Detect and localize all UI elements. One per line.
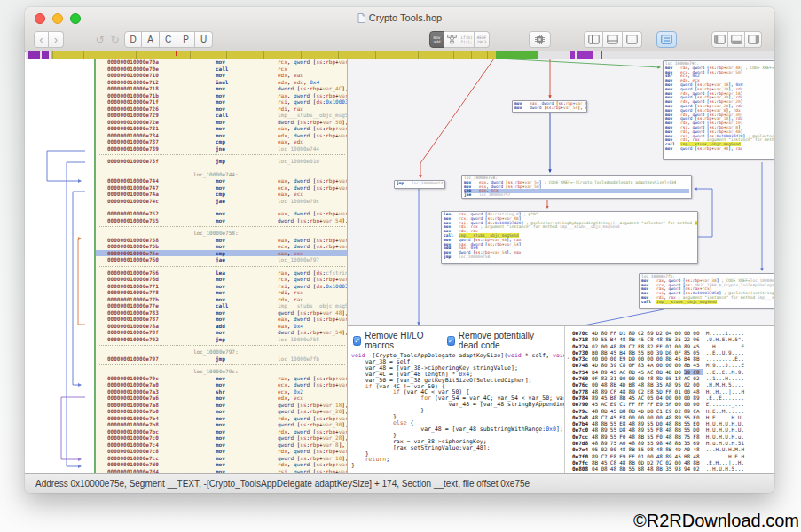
pseudocode-line[interactable]: [rax setStringValue:var_48];	[351, 445, 564, 451]
asm-line-e70e[interactable]: 000000010000e70ecallrcx	[96, 66, 347, 73]
asm-line-e74c[interactable]: 000000010000e74cjaeloc_10000e79c	[96, 198, 347, 205]
mark-undefined-button[interactable]: U	[195, 31, 213, 48]
hex-row-0e7c0[interactable]: 0e7c0488955D8488955F8488B55D0H.U.H.U.H.U…	[567, 426, 774, 433]
pseudocode-line[interactable]: var_50 = [var_38 getKeyBitSizeOfSelected…	[351, 378, 564, 384]
split-vertical-button[interactable]	[584, 31, 603, 48]
asm-line-e737[interactable]: 000000010000e737cmpeax, edx	[96, 138, 347, 145]
asm-line-e792[interactable]: 000000010000e792jmploc_10000e758	[96, 336, 347, 343]
hex-row-0e7e4[interactable]: 0e7e4950200488B5598488B4DA048...H.U.H.M.…	[567, 446, 774, 452]
pseudocode-line[interactable]: }	[351, 408, 564, 414]
cfg-node-loc_10000e79c[interactable]: loc_10000e79c:movrax, qword [ss:rbp+var_…	[663, 60, 774, 160]
hex-row-0e760[interactable]: 0e7600F8331000000488D0518AC02..1...H....…	[567, 375, 774, 381]
checkbox-icon[interactable]: ✓	[353, 336, 361, 346]
toggle-bottom-panel-button[interactable]	[728, 31, 745, 48]
asm-line-e7b0[interactable]: 000000010000e7b0movqword [ss:rbp+var_20]…	[96, 408, 347, 415]
cfg-node-loc_10000e7fb[interactable]: loc_10000e7fb:movrax, qword [ss:rbp+var_…	[639, 273, 774, 309]
asm-line-e7d0[interactable]: 000000010000e7d0movrdx, qword [ss:rbp+va…	[96, 461, 347, 468]
toggle-left-panel-button[interactable]	[711, 31, 728, 48]
asm-line-e766[interactable]: 000000010000e766learax, qword [ds:cfstri…	[96, 270, 347, 277]
asm-line-e760[interactable]: 000000010000e760jaeloc_10000e797	[96, 256, 347, 263]
asm-line-e7cc[interactable]: 000000010000e7ccmovqword [ss:rbp+var_10]…	[96, 455, 347, 462]
asm-line-e78f[interactable]: 000000010000e78fmovdword [ss:rbp+var_54]…	[96, 329, 347, 336]
mark-ascii-button[interactable]: A	[142, 31, 160, 48]
pseudocode-mode-button[interactable]: if(b) f(x);	[459, 31, 475, 48]
asm-line-e77b[interactable]: 000000010000e77bmovrdx, rax	[96, 296, 347, 303]
asm-line-e7bc[interactable]: 000000010000e7bcmovrdx, qword [ss:rbp+va…	[96, 428, 347, 435]
pseudocode-line[interactable]: rax = var_38->cipheringKey;	[351, 439, 564, 445]
hex-row-0e70c[interactable]: 0e70c4D80FFD189C269D204000000M.....i....…	[567, 330, 774, 336]
cpu-button[interactable]	[529, 31, 551, 48]
pseudocode-line[interactable]: var_4C = [var_48 length] * 0x4;	[351, 372, 564, 378]
asm-line-e7c4[interactable]: 000000010000e7c4movqword [ss:rbp+var_8],…	[96, 442, 347, 449]
asm-line-e79c[interactable]: 000000010000e79cmovrax, qword [ss:rbp+va…	[96, 375, 347, 382]
pseudocode-line[interactable]: var_48 = [var_38->cipheringKey stringVal…	[351, 365, 564, 372]
asm-line-e7c8[interactable]: 000000010000e7c8movrdx, qword [ss:rbp+va…	[96, 448, 347, 455]
asm-line-e731[interactable]: 000000010000e731moveax, dword [ss:rbp+va…	[96, 125, 347, 132]
assembly-mode-button[interactable]: mov add	[429, 31, 444, 48]
asm-line-e7c0[interactable]: 000000010000e7c0movqword [ss:rbp+var_28]…	[96, 434, 347, 442]
pseudocode-line[interactable]: void -[Crypto_ToolsAppDelegate adaptKeyS…	[351, 353, 564, 359]
asm-line-e771[interactable]: 000000010000e771movrsi, qword [ds:0x1000…	[96, 283, 347, 290]
asm-line-e77e[interactable]: 000000010000e77ecallimp___stubs__objc_ms…	[96, 302, 347, 309]
asm-line-e7a8[interactable]: 000000010000e7a8movqword [ss:rbp+var_18]…	[96, 402, 347, 409]
asm-line-e7a6[interactable]: 000000010000e7a6movedx, ecx	[96, 395, 347, 402]
mark-procedure-button[interactable]: P	[177, 31, 195, 48]
pseudocode-line[interactable]: else {	[351, 420, 564, 426]
pseudocode-line[interactable]: for (var_54 = var_4C; var_54 < var_50; v…	[351, 395, 564, 402]
show-inspector-button[interactable]	[656, 31, 677, 48]
cfg-node-block2[interactable]: jmploc_10000e01d	[394, 180, 445, 189]
pseudocode-line[interactable]: var_38 = self;	[351, 359, 564, 365]
asm-line-e712[interactable]: 000000010000e712imuledx, edx, 0x4	[96, 79, 347, 86]
pseudocode-line[interactable]: }	[351, 414, 564, 420]
pseudocode-line[interactable]: }	[351, 433, 564, 439]
asm-line-e797[interactable]: 000000010000e797jmploc_10000e7fb	[96, 356, 347, 363]
hex-row-0e73c[interactable]: •0e73c000000E9D90000008B45B48B.........E…	[567, 356, 774, 362]
pseudocode-line[interactable]: }	[351, 451, 564, 458]
asm-label[interactable]: loc_10000e79c:	[96, 368, 347, 375]
asm-line-e752[interactable]: 000000010000e752moveax, dword [ss:rbp+va…	[96, 210, 347, 217]
hex-row-0e76c[interactable]: 0e76c00488B4DB8488B35A8950200.H.M.H.5...…	[567, 381, 774, 387]
hex-row-0e7b4[interactable]: 0e7b4488B55E8488955D0488B55E0H.U.H.U.H.U…	[567, 420, 774, 426]
asm-line-e7a0[interactable]: 000000010000e7a0movecx, dword [ss:rbp+va…	[96, 381, 347, 388]
hex-row-0e790[interactable]: 0e79045ACE9C1FFFFFFE95F000000E......._..…	[567, 401, 774, 407]
asm-line-e7b8[interactable]: 000000010000e7b8movqword [ss:rbp+var_30]…	[96, 421, 347, 428]
asm-label[interactable]: loc_10000e797:	[96, 348, 347, 356]
pseudocode-line[interactable]: var_48 = [var_48 substringWithRange:0x0]…	[351, 426, 564, 433]
pseudocode-line[interactable]: return;	[351, 457, 564, 463]
asm-line-e75b[interactable]: 000000010000e75bmovecx, dword [ss:rbp+va…	[96, 243, 347, 250]
asm-line-e73f[interactable]: 000000010000e73fjmploc_10000e01d	[96, 158, 347, 165]
pseudocode-line[interactable]: var_48 = [var_48 stringByAppendingSt	[351, 402, 564, 408]
hex-row-0e778[interactable]: 0e7784889CF4889C2E85DFF010048H..H...]...…	[567, 388, 774, 395]
hex-row-0e7f0[interactable]: 0e7f089C7E8E9FE0100488945B848.......H.E.…	[567, 453, 774, 459]
forward-button[interactable]: ›	[49, 31, 64, 48]
asm-line-e7a3[interactable]: 000000010000e7a3shrecx, 0x2	[96, 388, 347, 395]
asm-line-e75e[interactable]: 000000010000e75ecmpeax, ecx	[96, 250, 347, 257]
hex-row-0e7d8[interactable]: 0e7d8488975A048895598488B3569H.u.H.U.H.5…	[567, 440, 774, 446]
asm-line-e72e[interactable]: 000000010000e72emovdword [ss:rbp+var_50]…	[96, 119, 347, 126]
pseudocode-line[interactable]: }	[351, 463, 564, 469]
redo-button[interactable]: ↻	[107, 31, 122, 48]
assembly-listing[interactable]: 000000010000e70amovrcx, qword [ss:rbp+va…	[94, 59, 347, 473]
checkbox-remove-hi-lo-macros[interactable]: ✓Remove HI/LO macros	[353, 331, 438, 350]
checkbox-remove-potentially-dead-code[interactable]: ✓Remove potentially dead code	[447, 331, 555, 350]
undo-button[interactable]: ↺	[92, 31, 107, 48]
hex-row-0e7fc[interactable]: 0e7fc8B45C8488B0DD27C0200488B.E.H...|..H…	[567, 459, 774, 466]
asm-line-e78a[interactable]: 000000010000e78aaddeax, 0x4	[96, 323, 347, 330]
asm-label[interactable]: loc_10000e744:	[96, 171, 347, 178]
asm-line-e726[interactable]: 000000010000e726movrdi, rax	[96, 106, 347, 113]
cfg-node-loc_10000e758[interactable]: loc_10000e758:moveax, dword [ss:rbp+var_…	[461, 175, 692, 199]
asm-line-e787[interactable]: 000000010000e787moveax, dword [ss:rbp+va…	[96, 316, 347, 323]
asm-line-e747[interactable]: 000000010000e747movecx, dword [ss:rbp+va…	[96, 184, 347, 192]
asm-line-e76d[interactable]: 000000010000e76dmovrcx, qword [ss:rbp+va…	[96, 276, 347, 283]
asm-line-e71f[interactable]: 000000010000e71fmovrsi, qword [ds:0x1000…	[96, 98, 347, 106]
pseudocode-line[interactable]: if (var_4C != var_50) {	[351, 384, 564, 390]
asm-line-e783[interactable]: 000000010000e783movqword [ss:rbp+var_48]…	[96, 309, 347, 317]
split-horizontal-button[interactable]	[603, 31, 623, 48]
checkbox-icon[interactable]: ✓	[447, 336, 455, 346]
single-pane-button[interactable]	[623, 31, 642, 48]
hex-row-0e7a8[interactable]: 0e7a848C745E800000000488955E0H.E.....H.U…	[567, 414, 774, 420]
asm-line-e71b[interactable]: 000000010000e71bmovrax, qword [ss:rbp+va…	[96, 92, 347, 99]
hex-row-0e730[interactable]: 0e730B08B45B48B55B039D00F8505..E..U.9...…	[567, 349, 774, 356]
asm-line-e778[interactable]: 000000010000e778movrdi, rcx	[96, 289, 347, 296]
navigation-strip[interactable]	[26, 51, 774, 59]
